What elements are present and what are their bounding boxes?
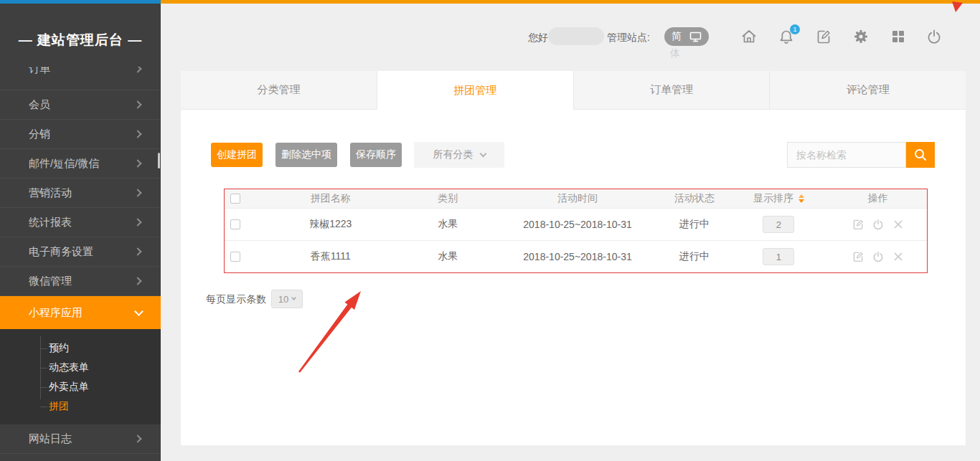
sidebar: — 建站管理后台 — 订单 会员 分销 邮件/短信/微信 营销活动 统计报表 电… (0, 4, 161, 461)
tab-order-management[interactable]: 订单管理 (574, 71, 771, 110)
column-header-sort-label: 显示排序 (753, 192, 793, 205)
language-switcher[interactable]: 简 (664, 27, 709, 46)
chevron-down-icon (134, 307, 143, 316)
submenu-item-booking[interactable]: 预约 (0, 338, 161, 358)
chevron-right-icon (133, 218, 141, 226)
cell-name: 辣椒1223 (260, 218, 401, 231)
tab-comment-management[interactable]: 评论管理 (770, 71, 966, 110)
edit-icon[interactable] (815, 28, 832, 45)
sidebar-item-miniprogram-apps[interactable]: 小程序应用 (0, 296, 161, 329)
column-header-status: 活动状态 (660, 192, 729, 205)
sidebar-item-site-logs[interactable]: 网站日志 (0, 424, 161, 454)
page-size-dropdown[interactable]: 10 (271, 290, 303, 308)
sidebar-item-label: 电子商务设置 (29, 245, 93, 259)
apps-grid-icon[interactable] (890, 28, 907, 45)
topbar-orange (161, 0, 980, 4)
sidebar-item-orders[interactable]: 订单 (0, 67, 161, 90)
sort-icon (798, 194, 804, 203)
sidebar-item-label: 营销活动 (29, 186, 72, 200)
chevron-down-icon (291, 295, 296, 300)
greeting-text: 您好 (528, 32, 548, 44)
power-toggle-icon[interactable] (872, 250, 885, 263)
sidebar-scrollbar[interactable] (158, 153, 160, 168)
language-label: 简 (672, 30, 682, 43)
sidebar-item-distribution[interactable]: 分销 (0, 120, 161, 149)
row-checkbox[interactable] (230, 219, 240, 229)
sidebar-item-statistics[interactable]: 统计报表 (0, 208, 161, 237)
search-icon (913, 148, 928, 162)
sidebar-item-label: 订单 (29, 67, 50, 76)
cell-status: 进行中 (660, 250, 729, 263)
sidebar-item-members[interactable]: 会员 (0, 90, 161, 120)
sidebar-item-label: 分销 (29, 128, 50, 141)
username-redacted (548, 27, 604, 45)
monitor-icon (689, 32, 702, 42)
sidebar-menu: 订单 会员 分销 邮件/短信/微信 营销活动 统计报表 电子商务设置 微信管理 (0, 67, 161, 461)
sidebar-item-label: 小程序应用 (29, 306, 83, 320)
search-button[interactable] (906, 142, 935, 168)
sidebar-item-ecommerce-settings[interactable]: 电子商务设置 (0, 237, 161, 267)
page-size-label: 每页显示条数 (206, 293, 266, 306)
column-header-category: 类别 (401, 192, 496, 205)
sidebar-item-wechat-management[interactable]: 微信管理 (0, 267, 161, 296)
table-row: 香蕉1111 水果 2018-10-25~2018-10-31 进行中 (225, 240, 927, 272)
edit-icon[interactable] (852, 250, 864, 263)
page-size-value: 10 (278, 294, 288, 305)
sidebar-item-label: 网站日志 (29, 432, 72, 446)
notifications-icon[interactable]: 1 (778, 28, 795, 45)
sidebar-item-label: 邮件/短信/微信 (29, 157, 99, 171)
tab-category-management[interactable]: 分类管理 (181, 71, 377, 110)
cell-name: 香蕉1111 (260, 250, 401, 263)
settings-gear-icon[interactable] (852, 28, 870, 45)
manage-site-label: 管理站点: (607, 32, 650, 44)
column-header-actions: 操作 (829, 192, 927, 205)
sidebar-item-marketing[interactable]: 营销活动 (0, 179, 161, 208)
search-input[interactable] (787, 142, 906, 168)
sidebar-item-mail-sms-wechat[interactable]: 邮件/短信/微信 (0, 149, 161, 179)
delete-x-icon[interactable] (892, 250, 905, 263)
edit-icon[interactable] (852, 218, 864, 231)
search-bar (787, 142, 935, 168)
category-filter-dropdown[interactable]: 所有分类 (414, 142, 504, 168)
submenu-item-dynamic-form[interactable]: 动态表单 (0, 358, 161, 377)
create-groupbuy-button[interactable]: 创建拼团 (211, 143, 263, 167)
chevron-right-icon (133, 247, 141, 255)
submenu-item-label: 预约 (49, 342, 69, 353)
chevron-right-icon (133, 100, 141, 108)
row-checkbox[interactable] (230, 252, 240, 262)
column-header-time: 活动时间 (495, 192, 660, 205)
notification-badge: 1 (790, 24, 800, 34)
tab-groupbuy-management[interactable]: 拼团管理 (377, 71, 574, 110)
submenu-item-label: 拼团 (49, 400, 69, 412)
submenu-item-group-buy[interactable]: 拼团 (0, 396, 161, 416)
chevron-right-icon (133, 189, 141, 196)
sort-order-input[interactable] (763, 216, 794, 233)
submenu-item-takeout-order[interactable]: 外卖点单 (0, 377, 161, 396)
app-title: — 建站管理后台 — (0, 31, 161, 49)
submenu-item-label: 动态表单 (49, 361, 89, 373)
cell-status: 进行中 (660, 218, 729, 231)
chevron-right-icon (133, 130, 141, 138)
language-overflow-text: 体 (670, 47, 680, 60)
sidebar-item-label: 统计报表 (29, 216, 72, 229)
save-order-button[interactable]: 保存顺序 (350, 143, 402, 167)
delete-x-icon[interactable] (892, 218, 905, 231)
power-toggle-icon[interactable] (872, 218, 885, 231)
cell-time: 2018-10-25~2018-10-31 (495, 219, 660, 230)
cell-time: 2018-10-25~2018-10-31 (495, 251, 660, 262)
sidebar-item-label: 微信管理 (29, 275, 72, 288)
sort-order-input[interactable] (763, 248, 794, 265)
submenu-item-label: 外卖点单 (49, 381, 89, 392)
chevron-right-icon (133, 159, 141, 167)
cell-category: 水果 (401, 250, 496, 263)
power-icon[interactable] (925, 28, 943, 45)
delete-selected-button[interactable]: 删除选中项 (275, 143, 337, 167)
column-header-sort[interactable]: 显示排序 (729, 192, 829, 205)
chevron-down-icon (479, 150, 486, 157)
sidebar-item-label: 会员 (29, 98, 50, 112)
select-all-checkbox[interactable] (230, 194, 240, 204)
home-icon[interactable] (740, 28, 758, 45)
main-panel: 分类管理 拼团管理 订单管理 评论管理 创建拼团 删除选中项 保存顺序 所有分类… (181, 71, 966, 445)
chevron-right-icon (133, 67, 141, 73)
column-header-name: 拼团名称 (260, 192, 401, 205)
